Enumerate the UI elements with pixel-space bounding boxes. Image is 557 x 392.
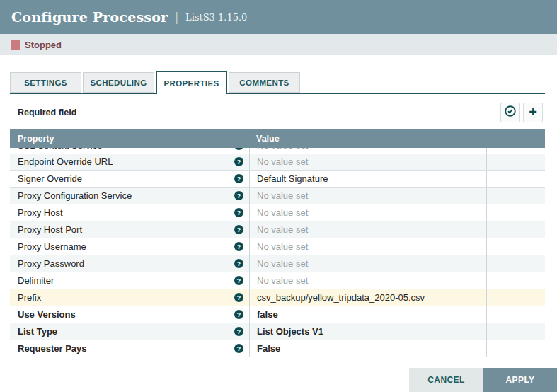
property-value[interactable]: No value set (249, 204, 486, 221)
tab-settings[interactable]: SETTINGS (10, 72, 81, 93)
property-value[interactable]: No value set (249, 238, 486, 255)
help-icon[interactable]: ? (234, 344, 243, 353)
column-header-property: Property (10, 134, 249, 144)
table-header: Property Value (10, 129, 545, 148)
required-field-label: Required field (18, 108, 76, 117)
table-row[interactable]: Proxy Password ? No value set (10, 255, 545, 272)
properties-toolbar: + (500, 103, 543, 122)
add-property-icon: + (529, 105, 537, 119)
table-row[interactable]: Signer Override ? Default Signature (10, 171, 545, 188)
property-name: Proxy Configuration Service (18, 190, 132, 201)
table-row[interactable]: Use Versions ? false (10, 306, 545, 323)
table-row[interactable]: Requester Pays ? False (10, 340, 545, 357)
property-value[interactable]: No value set (249, 188, 486, 204)
property-value[interactable]: No value set (249, 255, 486, 272)
dialog-footer: CANCEL APPLY (409, 368, 557, 392)
help-icon[interactable]: ? (234, 174, 243, 183)
table-row[interactable]: Proxy Configuration Service ? No value s… (10, 188, 545, 204)
cancel-button[interactable]: CANCEL (409, 368, 483, 392)
table-row[interactable]: Delimiter ? No value set (10, 272, 545, 289)
property-value[interactable]: No value set (249, 221, 486, 238)
table-row[interactable]: Proxy Host Port ? No value set (10, 221, 545, 238)
processor-version: ListS3 1.15.0 (185, 12, 247, 23)
help-icon[interactable]: ? (234, 259, 243, 268)
table-row[interactable]: Prefix ? csv_backup/yellow_tripdata_2020… (10, 289, 545, 306)
dialog-title: Configure Processor (11, 9, 168, 25)
help-icon[interactable]: ? (234, 157, 243, 166)
table-row[interactable]: Endpoint Override URL ? No value set (10, 154, 545, 171)
title-divider: | (175, 10, 178, 25)
table-row[interactable]: Proxy Host ? No value set (10, 204, 545, 221)
stopped-status-icon (11, 40, 20, 50)
apply-button[interactable]: APPLY (483, 368, 557, 392)
property-name: SSL Context Service (18, 148, 102, 151)
column-header-value: Value (249, 134, 486, 144)
property-name: List Type (18, 326, 57, 337)
properties-subheader: Required field + (18, 103, 543, 122)
help-icon[interactable]: ? (234, 191, 243, 200)
property-name: Requester Pays (18, 343, 87, 354)
property-value[interactable]: Default Signature (249, 171, 486, 187)
tab-comments[interactable]: COMMENTS (229, 72, 300, 93)
clipped-table-row: SSL Context Service ? No value set (10, 148, 545, 154)
property-name: Delimiter (18, 275, 54, 286)
tab-bar: SETTINGS SCHEDULING PROPERTIES COMMENTS (10, 71, 545, 94)
dialog-header: Configure Processor | ListS3 1.15.0 (0, 0, 557, 34)
verify-properties-button[interactable] (500, 103, 520, 122)
property-value[interactable]: False (249, 340, 486, 357)
property-value[interactable]: No value set (249, 154, 486, 170)
tab-properties[interactable]: PROPERTIES (156, 71, 227, 94)
property-value[interactable]: false (249, 306, 486, 323)
table-row[interactable]: List Type ? List Objects V1 (10, 323, 545, 340)
help-icon[interactable]: ? (234, 293, 243, 302)
property-name: Proxy Host Port (18, 224, 82, 235)
tab-scheduling[interactable]: SCHEDULING (83, 72, 154, 93)
help-icon[interactable]: ? (234, 148, 243, 150)
status-label: Stopped (25, 40, 62, 50)
property-value[interactable]: List Objects V1 (249, 323, 486, 340)
property-value[interactable]: No value set (249, 148, 486, 154)
verify-properties-icon (504, 105, 517, 120)
property-name: Signer Override (18, 173, 82, 184)
help-icon[interactable]: ? (234, 327, 243, 336)
add-property-button[interactable]: + (523, 103, 543, 122)
property-name: Use Versions (18, 309, 76, 320)
property-name: Endpoint Override URL (18, 156, 113, 167)
table-row[interactable]: Proxy Username ? No value set (10, 238, 545, 255)
property-value[interactable]: No value set (249, 272, 486, 289)
help-icon[interactable]: ? (234, 242, 243, 251)
help-icon[interactable]: ? (234, 276, 243, 285)
property-value[interactable]: csv_backup/yellow_tripdata_2020-05.csv (249, 289, 486, 306)
properties-table: Property Value SSL Context Service ? No … (10, 129, 545, 357)
status-bar: Stopped (0, 34, 557, 55)
property-name: Proxy Host (18, 207, 63, 218)
help-icon[interactable]: ? (234, 208, 243, 217)
property-name: Proxy Password (18, 258, 84, 269)
help-icon[interactable]: ? (234, 310, 243, 319)
help-icon[interactable]: ? (234, 225, 243, 234)
property-name: Proxy Username (18, 241, 86, 252)
property-name: Prefix (18, 292, 41, 303)
table-body: Endpoint Override URL ? No value set Sig… (10, 154, 545, 357)
